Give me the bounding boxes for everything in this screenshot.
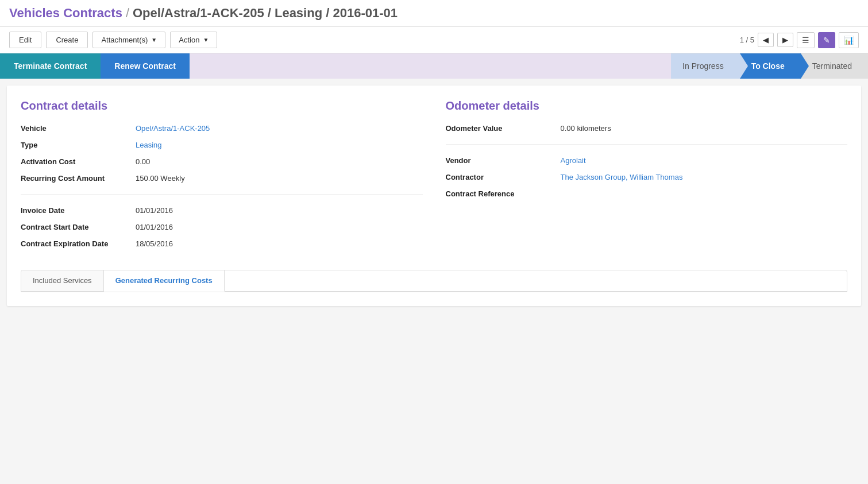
field-type-label: Type bbox=[21, 141, 136, 149]
next-button[interactable]: ▶ bbox=[777, 33, 793, 47]
field-vendor-value[interactable]: Agrolait bbox=[561, 156, 848, 165]
action-label: Action bbox=[179, 36, 199, 44]
toolbar-right: 1 / 5 ◀ ▶ ☰ ✎ 📊 bbox=[740, 32, 859, 48]
tabs-container: Included Services Generated Recurring Co… bbox=[21, 270, 847, 292]
field-invoice-date-label: Invoice Date bbox=[21, 206, 136, 215]
attachments-arrow-icon: ▼ bbox=[151, 37, 157, 43]
field-start-date: Contract Start Date 01/01/2016 bbox=[21, 223, 423, 231]
create-button[interactable]: Create bbox=[46, 32, 88, 48]
breadcrumb-bar: Vehicles Contracts / Opel/Astra/1-ACK-20… bbox=[0, 0, 868, 27]
status-bar: Terminate Contract Renew Contract In Pro… bbox=[0, 53, 868, 79]
details-grid: Contract details Vehicle Opel/Astra/1-AC… bbox=[21, 99, 847, 256]
stage-terminated-label: Terminated bbox=[812, 61, 852, 71]
field-odometer-value: Odometer Value 0.00 kilometers bbox=[446, 124, 848, 133]
contract-details-title: Contract details bbox=[21, 99, 423, 113]
field-invoice-date-value: 01/01/2016 bbox=[136, 206, 423, 215]
tab-generated-recurring-costs[interactable]: Generated Recurring Costs bbox=[104, 270, 225, 292]
status-spacer bbox=[190, 53, 671, 79]
field-type: Type Leasing bbox=[21, 141, 423, 149]
field-odometer-value-value: 0.00 kilometers bbox=[561, 124, 848, 133]
breadcrumb: Vehicles Contracts / Opel/Astra/1-ACK-20… bbox=[9, 6, 859, 21]
action-bar: Edit Create Attachment(s) ▼ Action ▼ 1 /… bbox=[0, 27, 868, 53]
renew-contract-button[interactable]: Renew Contract bbox=[101, 53, 190, 79]
form-view-button[interactable]: ✎ bbox=[818, 32, 835, 48]
field-activation-cost-label: Activation Cost bbox=[21, 157, 136, 166]
stage-to-close[interactable]: To Close bbox=[740, 53, 801, 79]
field-contract-reference: Contract Reference bbox=[446, 189, 848, 198]
odometer-details-section: Odometer details Odometer Value 0.00 kil… bbox=[446, 99, 848, 256]
field-activation-cost: Activation Cost 0.00 bbox=[21, 157, 423, 166]
action-dropdown[interactable]: Action ▼ bbox=[170, 32, 217, 48]
list-view-button[interactable]: ☰ bbox=[797, 32, 815, 48]
stage-to-close-label: To Close bbox=[751, 61, 785, 71]
field-contractor-value[interactable]: The Jackson Group, William Thomas bbox=[561, 173, 848, 181]
field-contract-reference-label: Contract Reference bbox=[446, 189, 561, 198]
field-vendor: Vendor Agrolait bbox=[446, 156, 848, 165]
pagination-info: 1 / 5 bbox=[740, 36, 754, 44]
field-vehicle-label: Vehicle bbox=[21, 124, 136, 133]
action-arrow-icon: ▼ bbox=[203, 37, 209, 43]
status-stages: In Progress To Close Terminated bbox=[671, 53, 868, 79]
tab-generated-recurring-costs-label: Generated Recurring Costs bbox=[115, 276, 213, 285]
field-activation-cost-value: 0.00 bbox=[136, 157, 423, 166]
field-contractor-label: Contractor bbox=[446, 173, 561, 181]
contract-details-section: Contract details Vehicle Opel/Astra/1-AC… bbox=[21, 99, 423, 256]
prev-button[interactable]: ◀ bbox=[758, 33, 774, 47]
field-contractor: Contractor The Jackson Group, William Th… bbox=[446, 173, 848, 181]
field-vendor-label: Vendor bbox=[446, 156, 561, 165]
field-type-value[interactable]: Leasing bbox=[136, 141, 423, 149]
main-content: Contract details Vehicle Opel/Astra/1-AC… bbox=[7, 86, 861, 306]
field-expiration-date-label: Contract Expiration Date bbox=[21, 239, 136, 248]
divider-2 bbox=[446, 144, 848, 145]
tab-included-services-label: Included Services bbox=[33, 276, 92, 285]
field-vehicle-value[interactable]: Opel/Astra/1-ACK-205 bbox=[136, 124, 423, 133]
field-start-date-label: Contract Start Date bbox=[21, 223, 136, 231]
field-expiration-date-value: 18/05/2016 bbox=[136, 239, 423, 248]
breadcrumb-link[interactable]: Vehicles Contracts bbox=[9, 6, 122, 21]
chart-view-button[interactable]: 📊 bbox=[839, 32, 859, 48]
breadcrumb-separator: / bbox=[126, 6, 129, 21]
field-recurring-cost-value: 150.00 Weekly bbox=[136, 174, 423, 183]
field-start-date-value: 01/01/2016 bbox=[136, 223, 423, 231]
field-invoice-date: Invoice Date 01/01/2016 bbox=[21, 206, 423, 215]
edit-button[interactable]: Edit bbox=[9, 32, 41, 48]
field-recurring-cost-label: Recurring Cost Amount bbox=[21, 174, 136, 183]
stage-in-progress-label: In Progress bbox=[682, 61, 724, 71]
field-expiration-date: Contract Expiration Date 18/05/2016 bbox=[21, 239, 423, 248]
terminate-contract-button[interactable]: Terminate Contract bbox=[0, 53, 101, 79]
stage-in-progress[interactable]: In Progress bbox=[671, 53, 740, 79]
tab-included-services[interactable]: Included Services bbox=[21, 270, 104, 291]
field-recurring-cost: Recurring Cost Amount 150.00 Weekly bbox=[21, 174, 423, 183]
stage-terminated[interactable]: Terminated bbox=[801, 53, 868, 79]
attachments-label: Attachment(s) bbox=[101, 36, 148, 44]
divider-1 bbox=[21, 194, 423, 195]
field-odometer-value-label: Odometer Value bbox=[446, 124, 561, 133]
breadcrumb-current: Opel/Astra/1-ACK-205 / Leasing / 2016-01… bbox=[133, 6, 398, 21]
tabs-header: Included Services Generated Recurring Co… bbox=[21, 270, 847, 292]
attachments-dropdown[interactable]: Attachment(s) ▼ bbox=[92, 32, 165, 48]
field-vehicle: Vehicle Opel/Astra/1-ACK-205 bbox=[21, 124, 423, 133]
odometer-details-title: Odometer details bbox=[446, 99, 848, 113]
